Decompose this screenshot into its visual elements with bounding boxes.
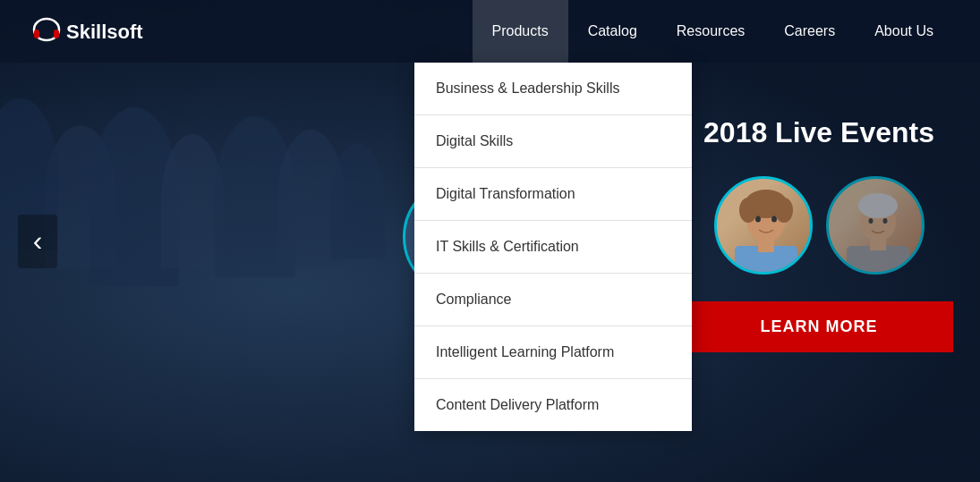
svg-rect-9 [758, 240, 774, 252]
svg-point-16 [868, 218, 873, 224]
speaker-1-avatar [717, 179, 813, 275]
speaker-2-avatar [829, 179, 925, 275]
svg-rect-1 [34, 30, 39, 38]
dropdown-item-it-skills[interactable]: IT Skills & Certification [414, 221, 692, 274]
nav-item-resources[interactable]: Resources [657, 0, 764, 63]
speaker-circles [685, 176, 953, 275]
dropdown-item-business[interactable]: Business & Leadership Skills [414, 63, 692, 115]
dropdown-item-digital-transform[interactable]: Digital Transformation [414, 168, 692, 221]
logo-area[interactable]: Skillsoft [27, 12, 143, 51]
nav-links: Products Catalog Resources Careers About… [473, 0, 954, 63]
dropdown-item-ilp[interactable]: Intelligent Learning Platform [414, 326, 692, 379]
nav-item-catalog[interactable]: Catalog [568, 0, 657, 63]
svg-point-11 [771, 216, 777, 223]
svg-point-10 [755, 216, 761, 223]
svg-rect-2 [54, 30, 59, 38]
svg-point-7 [775, 198, 793, 223]
nav-item-products[interactable]: Products [473, 0, 568, 63]
svg-point-6 [739, 198, 757, 223]
learn-more-button[interactable]: LEARN MORE [685, 301, 953, 352]
speaker-circle-1 [714, 176, 813, 275]
right-content-area: 2018 Live Events [685, 116, 953, 352]
svg-point-17 [882, 218, 887, 224]
svg-text:Skillsoft: Skillsoft [66, 21, 143, 43]
speaker-circle-2 [826, 176, 925, 275]
skillsoft-logo-icon: Skillsoft [27, 12, 143, 51]
live-events-title: 2018 Live Events [685, 116, 953, 149]
nav-item-about[interactable]: About Us [855, 0, 953, 63]
dropdown-item-compliance[interactable]: Compliance [414, 274, 692, 326]
prev-arrow-button[interactable]: ‹ [18, 215, 57, 268]
svg-rect-15 [870, 240, 886, 250]
navbar: Skillsoft Products Catalog Resources Car… [0, 0, 980, 63]
svg-point-13 [858, 193, 898, 218]
dropdown-item-cdp[interactable]: Content Delivery Platform [414, 379, 692, 431]
nav-item-careers[interactable]: Careers [764, 0, 855, 63]
dropdown-item-digital-skills[interactable]: Digital Skills [414, 115, 692, 168]
products-dropdown: Business & Leadership Skills Digital Ski… [414, 63, 692, 431]
